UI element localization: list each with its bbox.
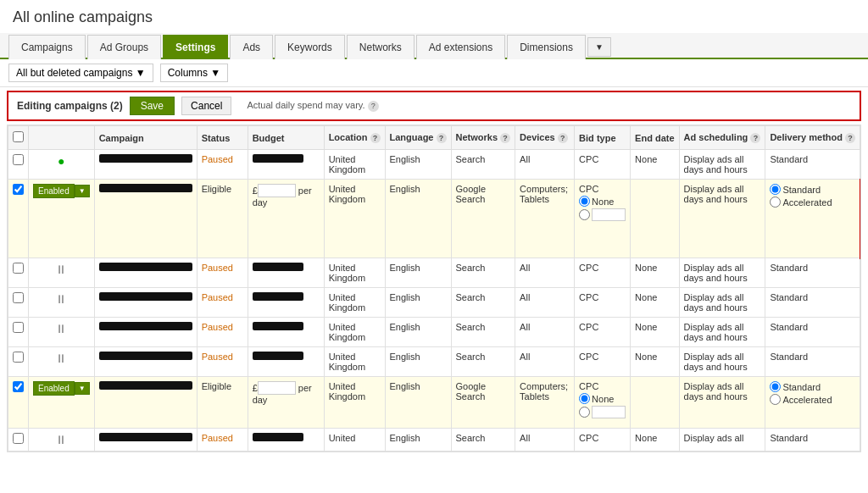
row-enddate: None (631, 429, 679, 451)
help-icon[interactable]: ? (845, 133, 855, 143)
help-icon[interactable]: ? (750, 133, 760, 143)
row-language: English (385, 258, 451, 288)
col-networks: Networks ? (451, 126, 515, 150)
row-networks: Search (451, 429, 515, 451)
enabled-select[interactable]: Enabled ▼ (33, 184, 90, 198)
row-enddate: None (631, 318, 679, 347)
bid-input2[interactable] (592, 406, 626, 418)
columns-dropdown[interactable]: Columns ▼ (160, 64, 229, 82)
nav-tabs: Campaigns Ad Groups Settings Ads Keyword… (0, 33, 868, 59)
row-checkbox[interactable] (8, 288, 29, 318)
row-delivery: Standard (765, 429, 860, 451)
row-networks: Search (451, 318, 515, 347)
row-enddate (631, 180, 679, 258)
row-status: Paused (197, 150, 248, 180)
delivery-standard-radio2[interactable]: Standard (770, 381, 855, 392)
budget-input[interactable] (258, 184, 296, 197)
col-enddate: End date (631, 126, 679, 150)
row-bidtype: CPC (575, 288, 631, 318)
row-adscheduling: Display ads all days and hours (679, 377, 765, 429)
row-campaign (94, 347, 197, 377)
row-devices: All (515, 318, 575, 347)
row-checkbox[interactable] (8, 180, 29, 258)
tab-settings[interactable]: Settings (163, 35, 228, 59)
enabled-dropdown-arrow[interactable]: ▼ (75, 185, 90, 197)
col-bidtype: Bid type (575, 126, 631, 150)
row-location: United Kingdom (324, 288, 385, 318)
select-all-checkbox[interactable] (13, 131, 24, 142)
row-language: English (385, 429, 451, 451)
row-checkbox[interactable] (8, 429, 29, 451)
help-icon[interactable]: ? (558, 133, 568, 143)
row-delivery: Standard (765, 288, 860, 318)
bid-none-radio[interactable]: None (579, 196, 626, 207)
row-location: United Kingdom (324, 258, 385, 288)
tab-keywords[interactable]: Keywords (275, 35, 345, 59)
save-button[interactable]: Save (130, 97, 175, 115)
bid-value-radio2[interactable] (579, 406, 626, 418)
row-checkbox[interactable] (8, 347, 29, 377)
help-icon[interactable]: ? (368, 101, 379, 112)
row-rotation: Optimise (clicks) (860, 258, 861, 288)
tab-ads[interactable]: Ads (230, 35, 273, 59)
table-row: ⏸ Paused United Kingdom English Search A… (8, 288, 862, 318)
row-adscheduling: Display ads all days and hours (679, 180, 765, 258)
help-icon[interactable]: ? (500, 133, 510, 143)
col-location: Location ? (324, 126, 385, 150)
filter-dropdown[interactable]: All but deleted campaigns ▼ (8, 64, 153, 82)
row-budget: £ per day (248, 377, 324, 429)
row-status: Paused (197, 318, 248, 347)
row-dot: ⏸ (29, 258, 95, 288)
row-bidtype: CPC (575, 258, 631, 288)
row-campaign (94, 258, 197, 288)
row-adscheduling: Display ads all (679, 429, 765, 451)
row-campaign (94, 180, 197, 258)
row-adscheduling: Display ads all days and hours (679, 150, 765, 180)
tab-campaigns[interactable]: Campaigns (8, 35, 86, 59)
toolbar: All but deleted campaigns ▼ Columns ▼ (0, 59, 868, 87)
bid-input[interactable] (592, 208, 626, 221)
row-devices: All (515, 258, 575, 288)
col-adrotation: Ad rotation ? (860, 126, 861, 150)
row-bidtype: CPC (575, 318, 631, 347)
row-checkbox[interactable] (8, 377, 29, 429)
help-icon[interactable]: ? (437, 133, 447, 143)
delivery-accelerated-radio2[interactable]: Accelerated (770, 394, 855, 405)
tab-adgroups[interactable]: Ad Groups (87, 35, 161, 59)
row-rotation: Rotate (860, 347, 861, 377)
row-rotation: Rotate (860, 429, 861, 451)
row-language: English (385, 150, 451, 180)
row-language: English (385, 377, 451, 429)
delivery-radio-group2: Standard Accelerated (770, 381, 855, 405)
help-icon[interactable]: ? (370, 133, 381, 143)
row-location: United Kingdom (324, 150, 385, 180)
row-language: English (385, 347, 451, 377)
row-enddate: None (631, 258, 679, 288)
tab-more[interactable]: ▼ (587, 37, 611, 57)
row-checkbox[interactable] (8, 318, 29, 347)
row-budget (248, 150, 324, 180)
col-adscheduling: Ad scheduling ? (679, 126, 765, 150)
enabled-dropdown-arrow2[interactable]: ▼ (75, 382, 90, 395)
bid-value-radio[interactable] (579, 208, 626, 221)
vary-note: Actual daily spend may vary. ? (247, 100, 378, 112)
row-dot: ⏸ (29, 288, 95, 318)
row-checkbox[interactable] (8, 150, 29, 180)
budget-input2[interactable] (258, 381, 296, 395)
row-enddate: None (631, 347, 679, 377)
delivery-accelerated-radio[interactable]: Accelerated (770, 197, 854, 208)
row-adscheduling: Display ads all days and hours (679, 288, 765, 318)
tab-dimensions[interactable]: Dimensions (507, 35, 586, 59)
enabled-select2[interactable]: Enabled ▼ (33, 381, 90, 396)
row-language: English (385, 318, 451, 347)
bid-none-radio2[interactable]: None (579, 393, 626, 404)
tab-networks[interactable]: Networks (347, 35, 415, 59)
table-row: ⏸ Paused United Kingdom English Search A… (8, 347, 862, 377)
delivery-standard-radio[interactable]: Standard (770, 184, 854, 195)
cancel-button[interactable]: Cancel (181, 97, 231, 115)
row-delivery: Standard (765, 318, 860, 347)
row-checkbox[interactable] (8, 258, 29, 288)
row-language: English (385, 288, 451, 318)
row-networks: Google Search (451, 377, 515, 429)
tab-adextensions[interactable]: Ad extensions (416, 35, 505, 59)
